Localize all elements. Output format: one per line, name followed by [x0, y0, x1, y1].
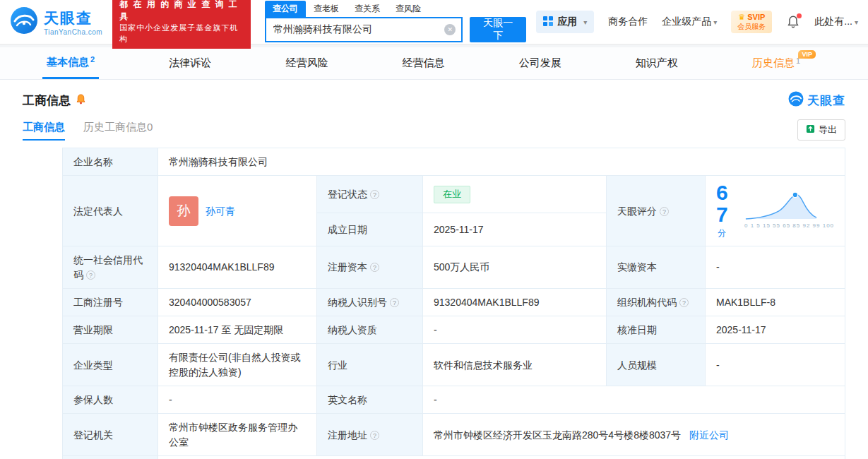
table-row: 营业期限 2025-11-17 至 无固定期限 纳税人资质 - 核准日期 202… — [63, 316, 845, 344]
export-button[interactable]: 导出 — [797, 119, 845, 141]
tab-label: 知识产权 — [636, 56, 678, 70]
industry-label: 行业 — [317, 344, 423, 386]
search-tab-relation[interactable]: 查关系 — [347, 1, 388, 17]
taxpayer-quality-value: - — [423, 316, 607, 344]
apps-grid-icon — [543, 16, 553, 28]
notification-dot — [797, 13, 802, 18]
approval-date-label: 核准日期 — [607, 316, 706, 344]
tab-badge: 2 — [90, 55, 95, 64]
label-text: 注册地址 — [328, 429, 367, 441]
logo-title: 天眼查 — [44, 8, 102, 28]
help-icon[interactable]: ? — [370, 190, 379, 199]
tab-operation-risk[interactable]: 经营风险 — [281, 47, 332, 79]
company-name-value: 常州瀚骑科技有限公司 — [158, 148, 845, 176]
tab-intellectual-property[interactable]: 知识产权 — [631, 47, 682, 79]
score-curve-chart: 0 1 5 15 55 65 85 92 99 100 — [744, 191, 834, 230]
reg-no-value: 320404000583057 — [158, 288, 317, 316]
org-code-value: MAK1BLLF-8 — [706, 288, 845, 316]
search-input[interactable] — [266, 18, 461, 41]
top-header: 天眼查 TianYanCha.com 都 在 用 的 商 业 查 询 工 具 国… — [0, 0, 868, 44]
apps-menu[interactable]: 应用 ▾ — [536, 11, 594, 33]
authority-label: 登记机关 — [63, 414, 158, 456]
score-label: 天眼评分? — [607, 176, 706, 246]
address-label: 注册地址? — [317, 414, 423, 456]
tab-label: 法律诉讼 — [169, 56, 211, 70]
search-tab-risk[interactable]: 查风险 — [388, 1, 429, 17]
notification-bell-icon[interactable] — [786, 15, 800, 29]
search-button[interactable]: 天眼一下 — [470, 17, 526, 42]
industry-value: 软件和信息技术服务业 — [423, 344, 607, 386]
svip-sublabel: 会员服务 — [737, 23, 766, 32]
org-code-label: 组织机构代码? — [607, 288, 706, 316]
label-text: 天眼评分 — [617, 205, 657, 217]
tianyancha-logo[interactable]: 天眼查 TianYanCha.com — [10, 6, 102, 37]
approval-date-value: 2025-11-17 — [706, 316, 845, 344]
scope-value: 一般项目：软件开发；技术服务、技术开发、技术咨询、技术交流、技术转让、技术推广；… — [158, 455, 845, 459]
help-icon[interactable]: ? — [390, 298, 399, 307]
help-icon[interactable]: ? — [660, 207, 669, 216]
help-icon[interactable]: ? — [370, 431, 379, 440]
tab-company-development[interactable]: 公司发展 — [515, 47, 566, 79]
legal-rep-label: 法定代表人 — [63, 176, 158, 246]
company-name-label: 企业名称 — [63, 148, 158, 176]
help-icon[interactable]: ? — [86, 270, 95, 280]
insured-value: - — [158, 386, 317, 414]
english-name-value: - — [423, 386, 845, 414]
company-type-label: 企业类型 — [63, 344, 158, 386]
help-icon[interactable]: ? — [370, 263, 379, 272]
legal-rep-avatar[interactable]: 孙 — [169, 196, 198, 226]
svip-label: SVIP — [747, 13, 765, 21]
search-block: 查公司 查老板 查关系 查风险 ✕ 天眼一下 — [265, 1, 526, 42]
taxpayer-quality-label: 纳税人资质 — [317, 316, 423, 344]
nav-more-label: 此处有... — [814, 16, 852, 27]
help-icon[interactable]: ? — [679, 298, 689, 307]
company-type-value: 有限责任公司(非自然人投资或控股的法人独资) — [158, 344, 317, 386]
legal-rep-name-link[interactable]: 孙可青 — [206, 204, 235, 218]
chevron-down-icon: ▾ — [713, 18, 717, 26]
export-icon — [806, 124, 815, 136]
score-axis-ticks: 0 1 5 15 55 65 85 92 99 100 — [744, 222, 834, 230]
label-text: 注册资本 — [328, 261, 367, 273]
taxpayer-no-label: 纳税人识别号? — [317, 288, 423, 316]
vip-tag: VIP — [798, 50, 816, 59]
search-tab-boss[interactable]: 查老板 — [306, 1, 347, 17]
authority-value: 常州市钟楼区政务服务管理办公室 — [158, 414, 317, 456]
taxpayer-no-value: 91320404MAK1BLLF89 — [423, 288, 607, 316]
logo-domain: TianYanCha.com — [44, 28, 102, 36]
monitor-bell-icon[interactable] — [75, 93, 87, 108]
scope-label: 经营范围? — [63, 455, 158, 459]
label-text: 组织机构代码 — [617, 297, 677, 308]
reg-no-label: 工商注册号 — [63, 288, 158, 316]
tianyancha-logo-icon — [788, 91, 804, 109]
nav-business-cooperation[interactable]: 商务合作 — [608, 16, 648, 28]
score-value: 67 — [716, 181, 728, 225]
business-info-table: 企业名称 常州瀚骑科技有限公司 法定代表人 孙 孙可青 登记状态? 在业 — [62, 148, 845, 459]
tab-label: 经营信息 — [403, 56, 445, 70]
nav-enterprise-products[interactable]: 企业级产品▾ — [662, 16, 717, 28]
svip-membership[interactable]: ♛ SVIP 会员服务 — [731, 11, 772, 33]
score-unit: 分 — [718, 228, 726, 238]
legal-rep-cell: 孙 孙可青 — [158, 176, 317, 246]
tab-operation-info[interactable]: 经营信息 — [398, 47, 449, 79]
tab-history-info[interactable]: 历史信息1 VIP — [748, 47, 804, 79]
subtab-business-info[interactable]: 工商信息 — [23, 121, 65, 141]
label-text: 登记状态 — [328, 189, 367, 200]
nav-more-menu[interactable]: 此处有...▾ — [814, 16, 858, 28]
crown-icon: ♛ — [738, 13, 745, 21]
table-row: 参保人数 - 英文名称 - — [63, 386, 845, 414]
tianyancha-watermark: 天眼查 — [788, 91, 845, 109]
tab-legal-proceedings[interactable]: 法律诉讼 — [165, 47, 215, 79]
paid-capital-value: - — [706, 246, 845, 289]
address-cell: 常州市钟楼区经济开发区玉龙南路280号4号楼8楼8037号 附近公司 — [423, 414, 845, 456]
chevron-down-icon: ▾ — [855, 18, 858, 26]
credit-code-value: 91320404MAK1BLLF89 — [158, 246, 317, 289]
search-tab-company[interactable]: 查公司 — [265, 1, 306, 17]
nearby-companies-link[interactable]: 附近公司 — [689, 429, 729, 441]
term-value: 2025-11-17 至 无固定期限 — [158, 316, 317, 344]
term-label: 营业期限 — [63, 316, 158, 344]
tab-basic-info[interactable]: 基本信息2 — [42, 47, 99, 79]
table-row: 经营范围? 一般项目：软件开发；技术服务、技术开发、技术咨询、技术交流、技术转让… — [63, 455, 845, 459]
label-text: 纳税人识别号 — [328, 297, 387, 308]
watermark-label: 天眼查 — [807, 93, 845, 109]
subtab-history-business-info[interactable]: 历史工商信息0 — [83, 121, 153, 141]
